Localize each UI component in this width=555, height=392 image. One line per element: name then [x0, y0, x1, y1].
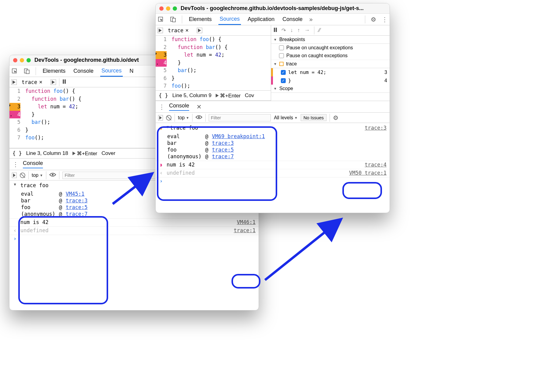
- code-content: function foo() { function bar() { let nu…: [170, 36, 228, 90]
- prompt-icon[interactable]: ›: [159, 178, 164, 184]
- file-tabs: trace✕: [156, 25, 271, 36]
- tab-elements[interactable]: Elements: [188, 14, 213, 25]
- live-expression-icon[interactable]: [49, 173, 56, 178]
- deactivate-breakpoints-icon[interactable]: ⁄⁄: [319, 27, 320, 33]
- close-icon[interactable]: ✕: [185, 28, 189, 33]
- stack-source-link[interactable]: VM45:1: [66, 191, 84, 197]
- filter-input[interactable]: [209, 114, 271, 121]
- stack-source-link[interactable]: trace:5: [212, 147, 234, 153]
- minimize-window-icon[interactable]: [20, 58, 24, 62]
- disclosure-triangle-icon[interactable]: ▼: [12, 182, 17, 187]
- clear-console-icon[interactable]: [166, 115, 171, 121]
- svg-rect-6: [172, 18, 175, 22]
- line-gutter: 1234567: [9, 87, 23, 148]
- execution-context-icon[interactable]: [12, 173, 17, 178]
- close-drawer-icon[interactable]: ✕: [196, 103, 202, 110]
- tab-elements[interactable]: Elements: [41, 65, 67, 77]
- panel-scope[interactable]: ▼Scope: [271, 85, 390, 93]
- kebab-icon[interactable]: [158, 103, 165, 110]
- stack-source-link[interactable]: trace:7: [212, 153, 234, 159]
- arrow-icon: [262, 213, 347, 287]
- breakpoint-item[interactable]: ✓let num = 42;3: [271, 68, 390, 76]
- console-toolbar: top▼ All levels▼ No Issues: [156, 113, 390, 123]
- svg-rect-2: [26, 70, 29, 74]
- devtools-window-2: DevTools - googlechrome.github.io/devtoo…: [155, 3, 390, 213]
- step-out-icon[interactable]: ↑: [297, 27, 300, 33]
- source-link[interactable]: VM46:1: [237, 219, 256, 225]
- file-tab-trace[interactable]: trace✕: [166, 27, 191, 33]
- console-settings-icon[interactable]: [333, 114, 338, 121]
- kebab-icon[interactable]: [12, 161, 19, 168]
- breakpoint-group[interactable]: ▼trace: [271, 60, 390, 68]
- tab-sources[interactable]: Sources: [218, 14, 241, 25]
- close-icon[interactable]: ✕: [39, 80, 43, 85]
- maximize-window-icon[interactable]: [173, 6, 177, 11]
- step-into-icon[interactable]: ↓: [290, 27, 293, 33]
- return-value: undefined: [167, 170, 346, 176]
- close-window-icon[interactable]: [159, 6, 164, 11]
- line-gutter: 1234567: [156, 36, 170, 90]
- context-selector[interactable]: top▼: [32, 173, 43, 178]
- source-link[interactable]: trace:4: [365, 162, 387, 168]
- pause-caught[interactable]: Pause on caught exceptions: [271, 52, 390, 60]
- file-tab-trace[interactable]: trace✕: [20, 79, 44, 85]
- logpoint-marker-icon: ◗: [159, 162, 164, 168]
- tab-application[interactable]: Application: [246, 14, 276, 25]
- close-window-icon[interactable]: [13, 58, 17, 62]
- disclosure-triangle-icon[interactable]: ▼: [167, 125, 169, 131]
- tab-more[interactable]: N: [128, 65, 135, 77]
- cursor-position: Line 3, Column 18: [26, 150, 68, 156]
- more-tabs-icon[interactable]: [309, 16, 313, 23]
- svg-line-9: [265, 219, 341, 280]
- clear-console-icon[interactable]: [20, 173, 25, 178]
- live-expression-icon[interactable]: [196, 115, 202, 121]
- inspect-icon[interactable]: [157, 16, 164, 23]
- show-navigator-icon[interactable]: [11, 79, 17, 85]
- prompt-icon[interactable]: ›: [12, 236, 17, 242]
- tab-console[interactable]: Console: [72, 65, 95, 77]
- minimize-window-icon[interactable]: [166, 6, 170, 11]
- show-navigator-icon[interactable]: [157, 28, 163, 33]
- stack-source-link[interactable]: trace:7: [66, 211, 88, 217]
- context-selector[interactable]: top▼: [178, 115, 189, 121]
- device-toggle-icon[interactable]: [23, 68, 30, 75]
- kebab-icon[interactable]: [382, 16, 388, 23]
- stack-source-link[interactable]: VM69 breakpoint:1: [212, 133, 265, 139]
- stack-source-link[interactable]: trace:3: [66, 198, 88, 204]
- debug-toolbar: ↷ ↓ ↑ → ⁄⁄: [271, 25, 390, 36]
- trace-heading: trace foo: [170, 125, 198, 131]
- step-icon[interactable]: →: [304, 27, 310, 33]
- run-snippet-icon[interactable]: [197, 28, 202, 33]
- source-link[interactable]: VM50 trace:1: [349, 170, 387, 176]
- console-drawer-header: Console ✕: [156, 101, 390, 113]
- tab-console[interactable]: Console: [281, 14, 304, 25]
- divider: [36, 67, 36, 75]
- code-editor[interactable]: 1234567 function foo() { function bar() …: [156, 36, 271, 90]
- tab-sources[interactable]: Sources: [100, 65, 123, 77]
- settings-icon[interactable]: [371, 16, 376, 23]
- log-message: num is 42: [167, 162, 362, 168]
- breakpoint-item[interactable]: ✓}4: [271, 76, 390, 85]
- execution-context-icon[interactable]: [158, 115, 163, 121]
- run-snippet-icon[interactable]: [51, 79, 56, 85]
- snippet-icon: [279, 62, 284, 66]
- panel-breakpoints[interactable]: ▼Breakpoints: [271, 36, 390, 44]
- pause-uncaught[interactable]: Pause on uncaught exceptions: [271, 44, 390, 52]
- device-toggle-icon[interactable]: [170, 16, 176, 23]
- stack-source-link[interactable]: trace:5: [66, 204, 88, 210]
- issues-button[interactable]: No Issues: [301, 114, 327, 121]
- step-over-icon[interactable]: ↷: [281, 27, 286, 34]
- inspect-icon[interactable]: [11, 68, 18, 75]
- pause-icon[interactable]: [62, 79, 66, 85]
- source-link[interactable]: trace:1: [234, 227, 256, 233]
- stack-source-link[interactable]: trace:3: [212, 140, 234, 146]
- maximize-window-icon[interactable]: [27, 58, 31, 62]
- window-title: DevTools - googlechrome.github.io/devtoo…: [181, 5, 386, 12]
- pause-icon[interactable]: [274, 27, 277, 33]
- titlebar: DevTools - googlechrome.github.io/devtoo…: [156, 3, 390, 14]
- console-tab[interactable]: Console: [169, 103, 189, 111]
- log-levels-selector[interactable]: All levels▼: [274, 115, 298, 121]
- console-tab[interactable]: Console: [23, 160, 43, 168]
- source-link[interactable]: trace:3: [365, 125, 387, 131]
- editor-statusbar: { } Line 5, Column 9 ⌘+Enter Cov: [156, 90, 271, 101]
